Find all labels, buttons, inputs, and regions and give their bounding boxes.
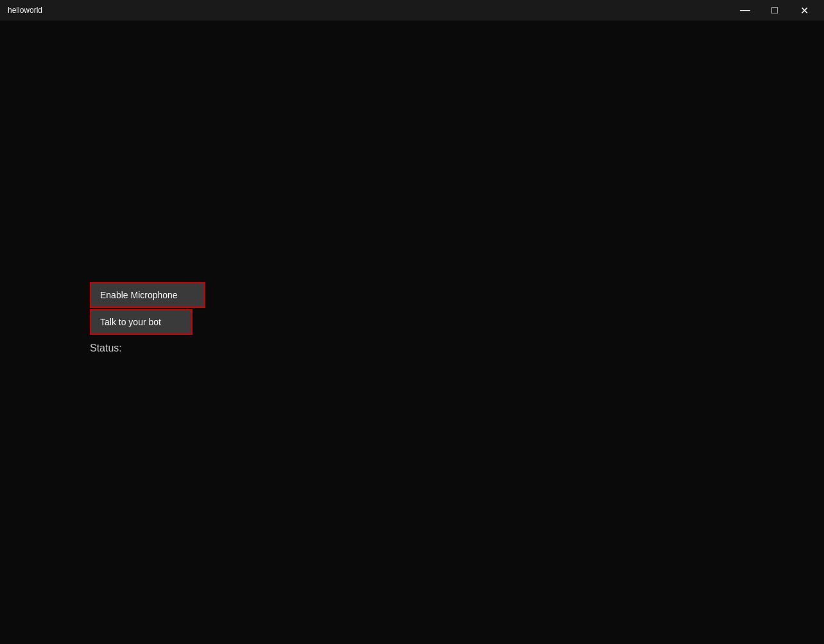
enable-microphone-button[interactable]: Enable Microphone <box>90 282 205 308</box>
app-title: helloworld <box>5 6 42 15</box>
close-button[interactable]: ✕ <box>789 0 819 21</box>
window-controls: — □ ✕ <box>730 0 819 21</box>
main-content: Enable Microphone Talk to your bot Statu… <box>0 21 824 644</box>
minimize-button[interactable]: — <box>730 0 760 21</box>
title-bar: helloworld — □ ✕ <box>0 0 824 21</box>
maximize-button[interactable]: □ <box>760 0 789 21</box>
status-label: Status: <box>90 343 824 354</box>
talk-to-bot-button[interactable]: Talk to your bot <box>90 309 193 335</box>
